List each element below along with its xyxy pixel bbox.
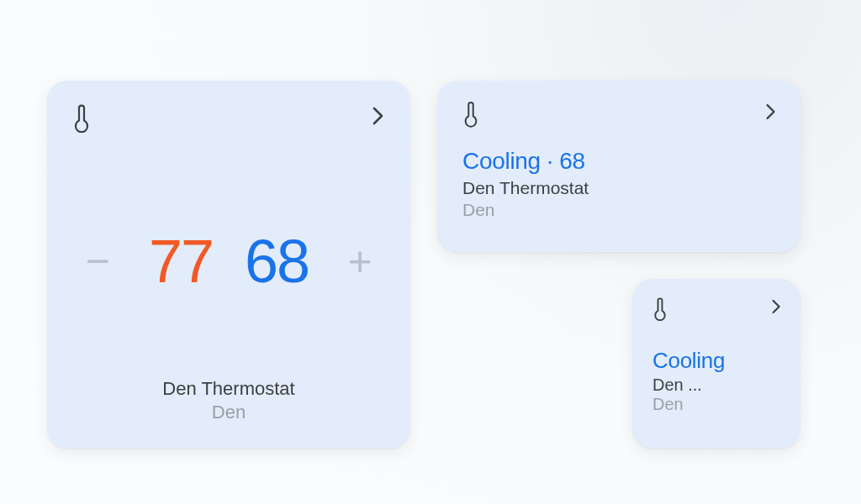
card-header	[652, 297, 782, 328]
thermostat-card-small[interactable]: Cooling Den ... Den	[632, 279, 800, 449]
thermometer-icon	[72, 104, 91, 133]
decrease-temp-button[interactable]: −	[77, 240, 118, 282]
cool-setpoint-value[interactable]: 68	[245, 231, 309, 291]
chevron-right-icon[interactable]	[771, 297, 782, 316]
thermostat-card-medium[interactable]: Cooling · 68 Den Thermostat Den	[437, 81, 800, 252]
chevron-right-icon[interactable]	[765, 101, 777, 123]
card-footer: Den Thermostat Den	[72, 378, 385, 427]
room-name-label: Den	[72, 402, 385, 423]
temperature-controls: − 77 68 +	[72, 144, 385, 378]
card-header	[72, 104, 385, 144]
thermometer-icon	[462, 101, 479, 128]
room-name-label: Den	[652, 395, 782, 414]
chevron-right-icon[interactable]	[372, 104, 385, 128]
card-header	[462, 101, 777, 138]
status-line: Cooling · 68	[462, 148, 777, 175]
status-line: Cooling	[652, 348, 782, 374]
room-name-label: Den	[462, 200, 777, 220]
thermostat-card-large[interactable]: − 77 68 + Den Thermostat Den	[47, 81, 410, 449]
device-name-label: Den Thermostat	[462, 178, 777, 198]
setpoint-pair: 77 68	[149, 231, 309, 291]
device-name-label: Den ...	[652, 375, 782, 395]
device-name-label: Den Thermostat	[72, 378, 385, 400]
increase-temp-button[interactable]: +	[340, 240, 380, 282]
heat-setpoint-value[interactable]: 77	[149, 231, 213, 291]
thermometer-icon	[652, 297, 668, 321]
